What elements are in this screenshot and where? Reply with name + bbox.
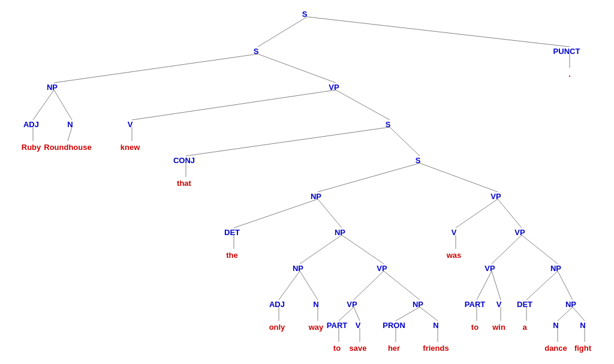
word-save: save [350, 344, 367, 353]
svg-line-40 [477, 271, 492, 300]
svg-line-5 [54, 90, 72, 120]
node-vp-6: VP [347, 300, 357, 309]
node-v-save: V [356, 321, 361, 330]
node-np-7: NP [565, 300, 576, 309]
svg-line-14 [318, 163, 420, 192]
svg-line-35 [456, 199, 498, 228]
node-n-dance: N [553, 321, 558, 330]
node-det-1: DET [224, 228, 240, 237]
svg-line-36 [498, 199, 522, 228]
svg-line-48 [573, 307, 585, 321]
node-s-root: S [302, 10, 308, 19]
node-part-2: PART [465, 300, 485, 309]
svg-line-0 [258, 17, 307, 47]
word-her: her [388, 344, 400, 353]
svg-line-47 [558, 307, 573, 321]
node-np-4: NP [293, 264, 303, 273]
svg-line-11 [186, 127, 390, 156]
node-vp-1: VP [329, 83, 339, 92]
svg-line-19 [300, 235, 342, 264]
node-adj-2: ADJ [269, 300, 285, 309]
node-v-3: V [496, 300, 502, 309]
svg-line-15 [420, 163, 498, 192]
svg-line-21 [279, 271, 300, 300]
svg-line-27 [339, 307, 354, 321]
word-roundhouse: Roundhouse [44, 143, 91, 152]
node-det-2: DET [517, 300, 532, 309]
node-n-2: N [313, 300, 318, 309]
word-ruby: Ruby [22, 143, 41, 152]
svg-line-32 [420, 307, 438, 321]
svg-line-1 [307, 17, 570, 47]
svg-line-3 [258, 54, 336, 83]
word-was: was [446, 251, 462, 260]
word-that: that [177, 179, 192, 188]
word-to-2: to [471, 323, 478, 332]
node-s-4: S [416, 156, 421, 165]
node-vp-5: VP [484, 264, 495, 273]
node-conj: CONJ [173, 156, 195, 165]
word-a: a [522, 323, 527, 332]
word-knew: knew [121, 143, 140, 152]
svg-line-7 [68, 127, 72, 141]
node-np-3: NP [335, 228, 345, 237]
node-n-fight: N [580, 321, 585, 330]
svg-line-39 [522, 235, 558, 264]
word-dance: dance [544, 344, 567, 353]
word-period: . [568, 70, 571, 79]
node-pron: PRON [383, 321, 405, 330]
svg-line-20 [342, 235, 384, 264]
svg-line-28 [354, 307, 360, 321]
svg-line-2 [54, 54, 258, 83]
word-the: the [226, 251, 238, 260]
svg-line-4 [33, 90, 54, 120]
node-np-2: NP [311, 192, 321, 201]
node-np-6: NP [413, 300, 423, 309]
node-vp-3: VP [514, 228, 525, 237]
svg-line-17 [318, 199, 342, 228]
node-n-1: N [67, 120, 73, 129]
svg-line-12 [390, 127, 420, 156]
word-way: way [308, 323, 324, 332]
word-win: win [492, 323, 505, 332]
svg-line-38 [492, 235, 522, 264]
svg-line-45 [558, 271, 573, 300]
node-vp-4: VP [377, 264, 387, 273]
node-n-friends: N [433, 321, 438, 330]
svg-line-44 [526, 271, 558, 300]
svg-line-41 [492, 271, 501, 300]
svg-line-22 [300, 271, 318, 300]
word-only: only [269, 323, 285, 332]
svg-line-8 [132, 90, 336, 120]
node-vp-2: VP [490, 192, 501, 201]
node-np-5: NP [550, 264, 561, 273]
word-fight: fight [574, 344, 592, 353]
word-friends: friends [423, 344, 449, 353]
svg-line-16 [234, 199, 318, 228]
node-s-2: S [254, 47, 259, 56]
node-punct: PUNCT [553, 47, 580, 56]
svg-line-25 [354, 271, 384, 300]
node-np-1: NP [47, 83, 58, 92]
svg-line-26 [384, 271, 420, 300]
svg-line-31 [396, 307, 420, 321]
node-part-1: PART [327, 321, 347, 330]
word-to-1: to [333, 344, 341, 353]
node-adj-1: ADJ [23, 120, 39, 129]
node-v-2: V [452, 228, 457, 237]
svg-line-9 [336, 90, 390, 120]
node-v-1: V [128, 120, 133, 129]
node-s-3: S [386, 120, 391, 129]
